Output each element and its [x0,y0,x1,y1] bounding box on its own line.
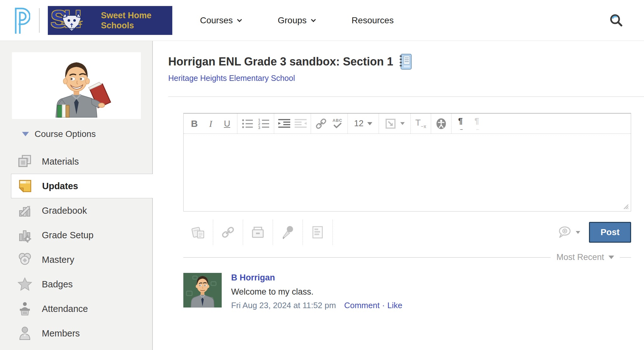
caret-down-icon [576,231,580,234]
course-options-toggle[interactable]: Course Options [22,129,152,139]
update-editor: B I U 1 2 3 [183,113,631,212]
arrow-left-icon [473,129,482,130]
toolbar-separator [347,114,348,133]
nav-resources[interactable]: Resources [352,15,394,25]
wildcat-mascot-icon [48,6,95,35]
triangle-down-icon [22,132,29,136]
powerschool-logo-icon[interactable] [13,6,30,35]
sidebar-item-label: Materials [42,156,79,167]
top-header: SH Sweet Home Schools Courses [0,0,644,41]
attach-link-icon [221,225,235,240]
attach-image-button[interactable] [183,220,213,245]
attendance-icon [17,301,32,316]
italic-button[interactable]: I [203,114,219,133]
font-size-select[interactable]: 12 [350,114,377,133]
feed-sort-select[interactable]: Most Recent [556,252,604,262]
update-editor-textarea[interactable] [184,134,631,211]
numbered-list-button[interactable]: 1 2 3 [256,114,272,133]
nav-courses[interactable]: Courses [200,15,241,25]
search-button[interactable] [609,13,624,28]
post-timestamp: Fri Aug 23, 2024 at 11:52 pm [231,301,336,310]
abc-label: ABC [332,119,342,122]
insert-link-button[interactable] [313,114,329,133]
post-meta: Fri Aug 23, 2024 at 11:52 pm Comment · L… [231,301,402,310]
primary-nav: Courses Groups Resources [200,15,394,25]
schoology-course-page: SH Sweet Home Schools Courses [0,0,644,350]
badges-icon [17,277,32,292]
district-name-line1: Sweet Home [101,10,152,20]
post-author-avatar[interactable] [183,273,222,308]
sidebar-item-label: Badges [42,279,73,290]
school-link[interactable]: Heritage Heights Elementary School [168,74,295,83]
sidebar-item-attendance[interactable]: Attendance [0,296,152,321]
remove-formatting-button[interactable]: T−x [413,114,429,133]
sidebar-item-grade-setup[interactable]: Grade Setup [0,223,152,247]
rtl-paragraph-button[interactable]: ¶ [470,114,486,133]
comment-link[interactable]: Comment [344,301,380,310]
attach-image-icon [191,225,206,240]
post-author-link[interactable]: B Horrigan [231,273,275,282]
link-icon [315,117,327,130]
gradebook-icon [17,203,32,218]
chevron-down-icon [237,17,242,22]
attach-form-button[interactable] [303,220,333,245]
resize-handle-icon[interactable] [623,203,629,210]
toolbar-separator [379,114,379,133]
insert-content-button[interactable] [381,114,408,133]
like-link[interactable]: Like [387,301,402,310]
speech-bubble-plus-icon [558,226,572,239]
emoji-picker-button[interactable] [558,226,580,239]
composer-actions: Post [183,220,631,245]
bold-button[interactable]: B [186,114,203,133]
course-menu: Materials Updates [0,149,152,346]
post-message: Welcome to my class. [231,287,402,297]
ltr-paragraph-icon: ¶ [456,117,467,130]
members-icon [17,326,32,341]
sidebar-item-badges[interactable]: Badges [0,272,152,296]
sidebar-item-mastery[interactable]: Mastery [0,247,152,272]
sidebar-item-updates[interactable]: Updates [11,174,153,198]
nav-courses-label: Courses [200,15,233,25]
course-options-label: Course Options [35,129,96,139]
district-logo[interactable]: SH Sweet Home Schools [48,6,172,35]
mastery-icon [17,252,32,267]
divider-line [183,257,551,258]
course-avatar-card[interactable] [12,52,141,119]
nav-groups-label: Groups [278,15,307,25]
attach-resources-button[interactable] [243,220,273,245]
indent-button[interactable] [276,114,292,133]
spellcheck-button[interactable]: ABC [329,114,346,133]
toolbar-separator [274,114,274,133]
record-media-button[interactable] [273,220,303,245]
course-sidebar: Course Options Materials [0,41,153,350]
section-divider [168,96,644,97]
remove-formatting-glyph: T−x [415,118,426,129]
feed-sort-row: Most Recent [183,252,631,262]
sidebar-item-label: Members [42,328,80,339]
nav-groups[interactable]: Groups [278,15,314,25]
sidebar-item-label: Gradebook [42,206,87,216]
sidebar-item-materials[interactable]: Materials [0,149,152,174]
page-title: Horrigan ENL Grade 3 sandbox: Section 1 [168,55,393,68]
sidebar-item-gradebook[interactable]: Gradebook [0,198,152,223]
attach-link-button[interactable] [213,220,243,245]
post-button[interactable]: Post [589,222,631,243]
font-size-value: 12 [354,119,364,128]
arrow-right-icon [457,129,466,130]
accessibility-checker-button[interactable] [433,114,449,133]
toolbar-separator [431,114,431,133]
sidebar-item-members[interactable]: Members [0,321,152,346]
divider-line [620,257,631,258]
outdent-button[interactable] [292,114,309,133]
underline-button[interactable]: U [219,114,235,133]
indent-icon [278,118,291,129]
district-name: Sweet Home Schools [95,10,152,31]
accessibility-icon [435,118,447,130]
toolbar-separator [311,114,311,133]
insert-content-icon [385,118,397,130]
caret-down-icon[interactable] [608,256,614,259]
ltr-paragraph-button[interactable]: ¶ [453,114,470,133]
bullet-list-button[interactable] [239,114,256,133]
district-name-line2: Schools [101,20,152,31]
sidebar-item-label: Updates [42,181,78,191]
